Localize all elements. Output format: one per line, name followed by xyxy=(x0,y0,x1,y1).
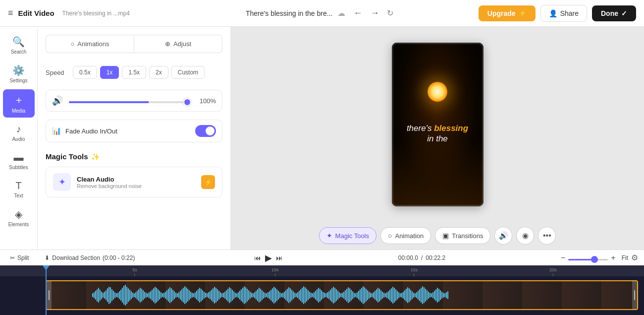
wave-bar xyxy=(111,289,112,301)
playback-controls: ⏮ ▶ ⏭ xyxy=(254,252,283,263)
animation-button[interactable]: ○ Animation xyxy=(380,227,431,244)
volume-percentage: 100% xyxy=(197,97,216,105)
undo-button[interactable]: ← xyxy=(350,6,365,20)
done-button[interactable]: Done ✓ xyxy=(592,5,636,21)
wave-bar xyxy=(372,293,373,297)
file-name: There's blessing in ...mp4 xyxy=(62,10,130,17)
tab-animations[interactable]: ○ Animations xyxy=(46,35,134,53)
wave-bar xyxy=(345,290,346,300)
wave-bar xyxy=(178,292,179,298)
track-right-handle[interactable] xyxy=(632,281,637,309)
total-time: 00:22.2 xyxy=(426,254,445,261)
sidebar-item-elements[interactable]: ◈ Elements xyxy=(3,204,35,231)
wave-bar xyxy=(265,293,266,298)
wave-bar xyxy=(251,293,252,298)
volume-toolbar-button[interactable]: 🔊 xyxy=(494,227,512,245)
track-left-handle[interactable] xyxy=(47,281,52,309)
wave-bar xyxy=(110,287,111,303)
animations-icon: ○ xyxy=(70,40,74,48)
wave-bar xyxy=(268,292,268,298)
wave-bar xyxy=(342,293,343,298)
wave-bar xyxy=(215,288,216,303)
animation-toolbar-label: Animation xyxy=(395,232,424,240)
wave-bar xyxy=(95,291,96,300)
tab-adjust[interactable]: ⊕ Adjust xyxy=(134,35,222,53)
speed-section: Speed 0.5x 1x 1.5x 2x Custom xyxy=(46,63,222,82)
magic-tools-button[interactable]: ✦ Magic Tools xyxy=(319,227,376,244)
speed-btn-0.5x[interactable]: 0.5x xyxy=(73,66,97,79)
subtitles-icon: ▬ xyxy=(14,152,24,163)
wave-bar xyxy=(385,293,386,297)
zoom-slider[interactable] xyxy=(568,259,608,260)
wave-bar xyxy=(322,292,323,299)
clean-audio-card[interactable]: ✦ Clean Audio Remove background noise ⚡ xyxy=(46,167,222,197)
play-button[interactable]: ▶ xyxy=(265,252,272,263)
sidebar-item-subtitles[interactable]: ▬ Subtitles xyxy=(3,148,35,174)
wave-bar xyxy=(186,287,187,303)
zoom-in-button[interactable]: + xyxy=(611,253,615,262)
timeline-header: ✂ Split ⬇ Download Section (0:00 - 0:22)… xyxy=(0,250,644,265)
wave-bar xyxy=(331,288,332,302)
upgrade-label: Upgrade xyxy=(487,9,516,17)
more-toolbar-button[interactable]: ••• xyxy=(538,227,556,245)
wave-bar xyxy=(297,292,298,298)
clean-audio-text: Clean Audio Remove background noise xyxy=(77,176,195,189)
redo-button[interactable]: → xyxy=(367,6,382,20)
wave-bar xyxy=(190,292,191,299)
wave-bar xyxy=(427,290,428,300)
volume-icon: 🔊 xyxy=(52,95,63,106)
speed-btn-2x[interactable]: 2x xyxy=(149,66,168,79)
wave-bar xyxy=(207,293,208,297)
fade-text: Fade Audio In/Out xyxy=(65,127,117,135)
speed-btn-1x[interactable]: 1x xyxy=(100,66,119,79)
speed-btn-custom[interactable]: Custom xyxy=(171,66,205,79)
wave-bar xyxy=(364,287,365,303)
forward-button[interactable]: ⏭ xyxy=(276,254,283,262)
upgrade-button[interactable]: Upgrade ⚡ xyxy=(479,5,536,21)
wave-bar xyxy=(382,292,383,299)
transitions-toolbar-icon: ▣ xyxy=(442,232,449,240)
rotate-button[interactable]: ↻ xyxy=(387,8,393,18)
menu-icon[interactable]: ≡ xyxy=(8,8,13,18)
wave-bar xyxy=(343,292,344,299)
fade-toggle[interactable] xyxy=(195,125,216,137)
wave-bar xyxy=(397,291,398,300)
wave-bar xyxy=(210,291,211,299)
clean-audio-icon-wrap: ✦ xyxy=(53,173,71,191)
timeline-settings-button[interactable]: ⚙ xyxy=(631,253,638,262)
wave-bar xyxy=(211,290,212,301)
wave-bar xyxy=(312,293,313,297)
sidebar-icons: 🔍 Search ⚙️ Settings ＋ Media ♪ Audio ▬ S… xyxy=(0,27,38,250)
wave-bar xyxy=(152,290,153,301)
transitions-button[interactable]: ▣ Transitions xyxy=(435,227,490,244)
wave-bar xyxy=(333,287,334,304)
magic-tools-toolbar-icon: ✦ xyxy=(326,232,332,240)
download-section-button[interactable]: ⬇ Download Section (0:00 - 0:22) xyxy=(41,252,139,263)
volume-slider[interactable] xyxy=(69,101,191,103)
sidebar-item-audio[interactable]: ♪ Audio xyxy=(3,120,35,146)
sidebar-item-search[interactable]: 🔍 Search xyxy=(3,32,35,59)
split-button[interactable]: ✂ Split xyxy=(6,252,33,263)
share-button[interactable]: 👤 Share xyxy=(540,5,587,22)
wave-bar xyxy=(227,289,228,302)
rewind-button[interactable]: ⏮ xyxy=(254,254,261,262)
sidebar-item-media[interactable]: ＋ Media xyxy=(3,89,35,118)
top-bar-center: There's blessing in the bre... ☁ ← → ↻ xyxy=(167,6,473,20)
wave-bar xyxy=(325,293,326,297)
wave-bar xyxy=(169,287,170,303)
sidebar-item-text[interactable]: T Text xyxy=(3,176,35,202)
wave-bar xyxy=(317,289,318,301)
wave-bar xyxy=(424,287,425,303)
wave-bar xyxy=(305,287,306,303)
wave-bar xyxy=(175,293,176,298)
speed-btn-1.5x[interactable]: 1.5x xyxy=(122,66,146,79)
wave-bar xyxy=(418,291,419,300)
wave-bar xyxy=(254,292,255,298)
speed-label: Speed xyxy=(46,69,68,76)
audio-toolbar-button[interactable]: ◉ xyxy=(516,227,534,245)
video-track[interactable] xyxy=(46,280,638,310)
zoom-out-button[interactable]: − xyxy=(561,253,565,262)
wave-bar xyxy=(202,290,203,300)
sidebar-item-settings[interactable]: ⚙️ Settings xyxy=(3,61,35,87)
wave-bar xyxy=(117,293,118,298)
